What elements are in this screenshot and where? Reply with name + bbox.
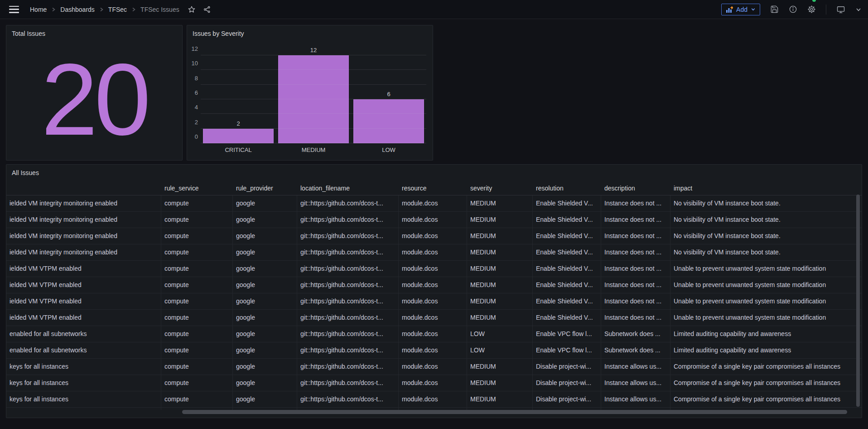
table-cell: Enable Shielded V... — [533, 212, 601, 228]
breadcrumb-tfsec[interactable]: TFSec — [108, 6, 127, 13]
table-row: ielded VM VTPM enabledcomputegooglegit::… — [6, 261, 862, 277]
column-header-severity[interactable]: severity — [467, 182, 533, 195]
column-header-resource[interactable]: resource — [399, 182, 467, 195]
info-icon[interactable] — [789, 5, 797, 14]
table-cell: MEDIUM — [467, 195, 533, 211]
table-row: ielded VM VTPM enabledcomputegooglegit::… — [6, 293, 862, 310]
table-cell: MEDIUM — [467, 244, 533, 260]
star-icon[interactable] — [188, 5, 196, 14]
table-cell: ielded VM integrity monitoring enabled — [6, 212, 161, 228]
gridline — [201, 128, 426, 129]
table-cell: git::https:/github.com/dcos-t... — [297, 195, 399, 211]
table-cell: Disable project-wi... — [533, 391, 601, 407]
table-cell: MEDIUM — [467, 359, 533, 375]
table-cell: Compromise of a single key pair compromi… — [670, 391, 862, 407]
table-cell: module.dcos — [399, 277, 467, 293]
column-header-name[interactable] — [6, 182, 161, 195]
table-cell: google — [233, 310, 297, 326]
x-tick-label: CRITICAL — [201, 146, 276, 153]
table-cell: git::https:/github.com/dcos-t... — [297, 277, 399, 293]
panel-title-total-issues[interactable]: Total Issues — [6, 25, 182, 37]
table-cell: enabled for all subnetworks — [6, 342, 161, 358]
table-cell: Instance does not ... — [601, 293, 670, 309]
table-cell: Enable Shielded V... — [533, 261, 601, 277]
table-cell: module.dcos — [399, 261, 467, 277]
bar-group-critical: 2 — [201, 120, 276, 143]
table-cell: Instance allows us... — [601, 375, 670, 391]
bar-critical — [203, 129, 274, 143]
table-cell: MEDIUM — [467, 228, 533, 244]
monitor-icon[interactable] — [836, 5, 845, 14]
table-cell: Subnetwork does ... — [601, 326, 670, 342]
table-cell: LOW — [467, 326, 533, 342]
table-cell: Unable to prevent unwanted system state … — [670, 293, 862, 309]
table-cell: Compromise of a single key pair compromi… — [670, 359, 862, 375]
top-navigation-bar: Home Dashboards TFSec TFSec Issues — [0, 0, 868, 19]
table-cell: module.dcos — [399, 228, 467, 244]
column-header-rule_provider[interactable]: rule_provider — [233, 182, 297, 195]
panel-all-issues: All Issues rule_servicerule_providerloca… — [6, 164, 862, 418]
horizontal-scrollbar[interactable] — [182, 410, 847, 414]
table-cell: Enable VPC flow l... — [533, 326, 601, 342]
table-cell: git::https:/github.com/dcos-t... — [297, 342, 399, 358]
breadcrumb: Home Dashboards TFSec TFSec Issues — [30, 6, 179, 13]
table-cell: Disable project-wi... — [533, 359, 601, 375]
gear-icon[interactable] — [807, 5, 816, 14]
caret-down-icon — [751, 7, 756, 12]
gridline — [201, 143, 426, 143]
table-cell: module.dcos — [399, 342, 467, 358]
bar-value-label: 12 — [310, 47, 317, 54]
table-cell: compute — [161, 391, 233, 407]
table-cell — [6, 408, 161, 410]
table-cell: git::https:/github.com/dcos-t... — [297, 293, 399, 309]
table-cell: MEDIUM — [467, 391, 533, 407]
gridline — [201, 113, 426, 114]
breadcrumb-dashboards[interactable]: Dashboards — [60, 6, 95, 13]
menu-icon[interactable] — [9, 6, 19, 13]
table-cell: Unable to prevent unwanted system state … — [670, 261, 862, 277]
table-cell: ielded VM integrity monitoring enabled — [6, 228, 161, 244]
table-cell: ielded VM integrity monitoring enabled — [6, 244, 161, 260]
table-cell: git::https:/github.com/dcos-t... — [297, 228, 399, 244]
table-cell: Enable Shielded V... — [533, 293, 601, 309]
column-header-location_filename[interactable]: location_filename — [297, 182, 399, 195]
table-cell: No visibility of VM instance boot state. — [670, 244, 862, 260]
share-icon[interactable] — [203, 5, 211, 14]
table-cell: module.dcos — [399, 310, 467, 326]
save-icon[interactable] — [770, 5, 779, 14]
breadcrumb-home[interactable]: Home — [30, 6, 47, 13]
table-cell: Instance does not ... — [601, 228, 670, 244]
table-cell: Enable Shielded V... — [533, 244, 601, 260]
table-cell: git::https:/github.com/dcos-t... — [297, 391, 399, 407]
chevron-down-icon[interactable] — [855, 6, 862, 13]
column-header-impact[interactable]: impact — [670, 182, 862, 195]
table-cell: ielded VM VTPM enabled — [6, 261, 161, 277]
table-cell: MEDIUM — [467, 293, 533, 309]
total-issues-value: 20 — [6, 44, 182, 156]
add-button-label: Add — [736, 6, 747, 13]
table-cell: Limited auditing capability and awarenes… — [670, 342, 862, 358]
table-cell: git::https:/github.com/dcos-t... — [297, 212, 399, 228]
table-cell: MEDIUM — [467, 261, 533, 277]
status-online-dot — [812, 0, 816, 2]
column-header-rule_service[interactable]: rule_service — [161, 182, 233, 195]
add-panel-icon — [726, 6, 733, 13]
table-cell: compute — [161, 228, 233, 244]
table-cell: LOW — [467, 342, 533, 358]
table-cell: google — [233, 359, 297, 375]
table-cell: google — [233, 326, 297, 342]
chevron-right-icon — [51, 7, 56, 12]
table-cell: compute — [161, 375, 233, 391]
table-cell: google — [233, 244, 297, 260]
column-header-resolution[interactable]: resolution — [533, 182, 601, 195]
table-cell: keys for all instances — [6, 359, 161, 375]
add-button[interactable]: Add — [721, 4, 760, 15]
column-header-description[interactable]: description — [601, 182, 670, 195]
panel-title-issues-by-severity[interactable]: Issues by Severity — [187, 25, 433, 37]
table-cell: Instance does not ... — [601, 195, 670, 211]
table-cell: git::https:/github.com/dcos-t... — [297, 375, 399, 391]
panel-title-all-issues[interactable]: All Issues — [6, 165, 862, 176]
breadcrumb-current-page: TFSec Issues — [140, 6, 179, 13]
table-cell: google — [233, 342, 297, 358]
vertical-scrollbar[interactable] — [856, 195, 860, 407]
